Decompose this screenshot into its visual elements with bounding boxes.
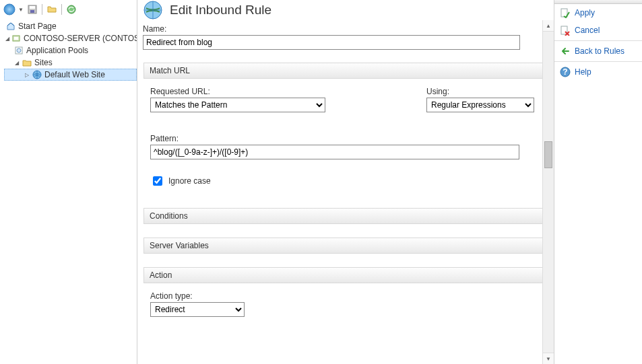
tree-server[interactable]: ◢ CONTOSO-SERVER (CONTOS xyxy=(4,32,137,44)
tree-sites[interactable]: ◢ Sites xyxy=(4,57,137,69)
name-label: Name: xyxy=(143,24,547,34)
cancel-icon xyxy=(560,25,571,36)
cancel-action[interactable]: Cancel xyxy=(554,22,642,39)
back-arrow-icon xyxy=(560,46,571,57)
tree-default-web-site[interactable]: ▷ Default Web Site xyxy=(4,69,137,81)
ignore-case-checkbox[interactable] xyxy=(153,176,162,186)
actions-panel: Apply Cancel Back to Rules ? Help xyxy=(554,0,642,364)
match-url-section: Match URL Requested URL: Matches the Pat… xyxy=(143,62,547,195)
action-type-label: Action type: xyxy=(150,291,540,301)
action-section: Action Action type: Redirect xyxy=(143,266,547,324)
requested-url-select[interactable]: Matches the Pattern xyxy=(150,98,325,112)
folder-open-icon[interactable] xyxy=(45,3,59,16)
help-action[interactable]: ? Help xyxy=(554,63,642,81)
action-label: Help xyxy=(575,67,591,77)
collapse-icon[interactable]: ◢ xyxy=(13,59,20,66)
action-label: Apply xyxy=(575,8,595,17)
tree-label: Start Page xyxy=(18,22,57,31)
nav-back-button[interactable] xyxy=(3,3,16,16)
app-pools-icon xyxy=(13,45,24,56)
svg-point-4 xyxy=(67,5,75,13)
scroll-thumb[interactable] xyxy=(544,141,552,168)
server-variables-header[interactable]: Server Variables xyxy=(143,238,546,254)
action-header: Action xyxy=(143,267,546,283)
apply-icon xyxy=(560,7,571,18)
refresh-globe-icon[interactable] xyxy=(65,3,78,16)
toolbar-separator xyxy=(61,4,62,15)
home-icon xyxy=(5,21,16,32)
vertical-scrollbar[interactable]: ▲ ▼ xyxy=(542,20,554,364)
main-content-panel: Edit Inbound Rule Name: Match URL Reques… xyxy=(137,0,554,364)
save-icon[interactable] xyxy=(26,3,39,16)
svg-point-8 xyxy=(17,48,21,52)
action-label: Cancel xyxy=(575,26,600,35)
action-type-select[interactable]: Redirect xyxy=(150,302,245,317)
toolbar: ▼ xyxy=(3,3,78,16)
action-label: Back to Rules xyxy=(575,46,624,56)
page-title: Edit Inbound Rule xyxy=(170,3,271,17)
svg-text:?: ? xyxy=(563,67,567,77)
svg-rect-2 xyxy=(30,6,35,9)
scroll-down-icon[interactable]: ▼ xyxy=(543,353,554,364)
svg-rect-6 xyxy=(14,37,18,40)
server-icon xyxy=(11,33,22,44)
collapse-icon[interactable]: ◢ xyxy=(5,35,9,42)
svg-point-0 xyxy=(4,4,15,15)
conditions-header[interactable]: Conditions xyxy=(143,208,546,224)
ignore-case-label: Ignore case xyxy=(168,176,211,186)
page-header: Edit Inbound Rule xyxy=(143,0,547,23)
tree-label: CONTOSO-SERVER (CONTOS xyxy=(24,34,137,43)
expand-icon[interactable]: ▷ xyxy=(24,71,30,78)
server-variables-section: Server Variables xyxy=(143,237,547,254)
requested-url-label: Requested URL: xyxy=(150,87,325,96)
using-select[interactable]: Regular Expressions xyxy=(426,98,534,112)
tree-label: Application Pools xyxy=(26,46,88,55)
pattern-label: Pattern: xyxy=(150,134,540,143)
sites-folder-icon xyxy=(22,57,32,68)
tree-start-page[interactable]: Start Page xyxy=(4,20,137,32)
scroll-up-icon[interactable]: ▲ xyxy=(543,20,554,32)
match-url-header: Match URL xyxy=(143,63,546,79)
nav-dropdown-icon[interactable]: ▼ xyxy=(18,3,24,16)
svg-rect-3 xyxy=(30,10,34,13)
toolbar-separator xyxy=(42,4,42,15)
pattern-input[interactable] xyxy=(150,145,519,159)
conditions-section: Conditions xyxy=(143,207,547,225)
tree-app-pools[interactable]: Application Pools xyxy=(4,44,137,57)
connections-tree-panel: Start Page ◢ CONTOSO-SERVER (CONTOS Appl… xyxy=(0,0,137,364)
help-icon: ? xyxy=(560,67,571,77)
apply-action[interactable]: Apply xyxy=(554,4,642,22)
back-to-rules-action[interactable]: Back to Rules xyxy=(554,42,642,60)
rule-name-input[interactable] xyxy=(143,35,520,50)
tree-label: Sites xyxy=(34,58,53,67)
url-rewrite-icon xyxy=(143,0,163,20)
website-globe-icon xyxy=(32,69,42,80)
using-label: Using: xyxy=(426,87,534,96)
tree-label: Default Web Site xyxy=(44,70,105,79)
